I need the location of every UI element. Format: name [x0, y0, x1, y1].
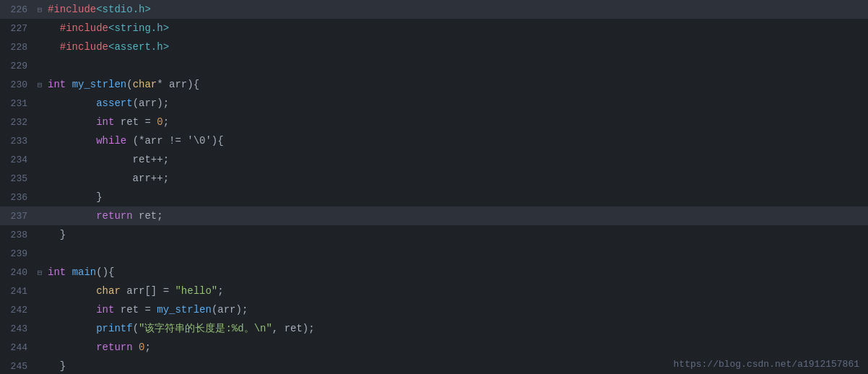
- token-plain: [48, 342, 96, 353]
- line-content: int main(){: [45, 266, 868, 278]
- token-pp: #include: [48, 4, 96, 15]
- fold-indicator[interactable]: [35, 174, 45, 183]
- token-kw: int: [96, 304, 114, 316]
- fold-indicator[interactable]: [35, 362, 45, 370]
- fold-indicator[interactable]: [35, 305, 45, 314]
- line-content: char arr[] = "hello";: [45, 285, 868, 297]
- token-pp-inc: <string.h>: [108, 22, 169, 34]
- token-str: "hello": [175, 285, 217, 297]
- code-line: 238 }: [0, 225, 868, 244]
- token-pp: #include: [48, 41, 108, 53]
- token-plain: , ret);: [272, 323, 315, 334]
- line-number: 237: [0, 211, 35, 222]
- fold-indicator[interactable]: [35, 324, 45, 333]
- token-plain: [48, 116, 96, 128]
- token-plain: arr[] =: [121, 285, 175, 297]
- token-kw: while: [96, 135, 126, 147]
- token-num: 0: [157, 116, 162, 128]
- token-fn: assert: [96, 97, 132, 109]
- token-plain: (*arr != '\0'){: [126, 135, 223, 147]
- token-fn: my_strlen: [157, 304, 212, 316]
- token-plain: (){: [96, 266, 114, 278]
- code-line: 243 printf("该字符串的长度是:%d。\n", ret);: [0, 319, 868, 338]
- token-fn: printf: [96, 323, 132, 334]
- fold-indicator[interactable]: [35, 193, 45, 201]
- token-pp: #include: [48, 22, 108, 34]
- line-number: 245: [0, 361, 35, 372]
- token-pp-inc: <stdio.h>: [96, 4, 151, 15]
- line-number: 236: [0, 192, 35, 203]
- token-plain: ret =: [114, 304, 157, 316]
- line-number: 238: [0, 230, 35, 240]
- line-number: 244: [0, 342, 35, 353]
- line-number: 226: [0, 4, 35, 15]
- fold-indicator[interactable]: [35, 343, 45, 352]
- token-type: char: [133, 79, 157, 90]
- line-content: assert(arr);: [45, 97, 868, 109]
- url-badge: https://blog.csdn.net/a1912157861: [674, 359, 859, 370]
- line-content: arr++;: [45, 173, 868, 184]
- token-plain: [48, 304, 96, 316]
- token-plain: ret;: [133, 210, 163, 222]
- token-plain: * arr){: [157, 79, 199, 90]
- token-plain: }: [48, 191, 103, 203]
- token-plain: ;: [163, 116, 169, 128]
- token-kw: int: [48, 266, 66, 278]
- token-plain: [48, 323, 96, 334]
- token-plain: [48, 135, 96, 147]
- fold-indicator[interactable]: [35, 249, 45, 258]
- token-plain: ;: [144, 342, 150, 353]
- code-editor: 226⊟#include<stdio.h>227 #include<string…: [0, 0, 868, 374]
- token-plain: [48, 210, 96, 222]
- line-number: 229: [0, 61, 35, 71]
- line-content: }: [45, 229, 868, 240]
- code-line: 234 ret++;: [0, 150, 868, 169]
- line-content: printf("该字符串的长度是:%d。\n", ret);: [45, 322, 868, 335]
- code-line: 226⊟#include<stdio.h>: [0, 0, 868, 19]
- token-str: "该字符串的长度是:%d。\n": [139, 323, 272, 334]
- fold-indicator[interactable]: ⊟: [35, 80, 45, 90]
- code-line: 227 #include<string.h>: [0, 19, 868, 38]
- line-content: #include<string.h>: [45, 22, 868, 34]
- line-number: 227: [0, 23, 35, 34]
- line-number: 242: [0, 305, 35, 316]
- token-fn: main: [72, 266, 97, 278]
- fold-indicator[interactable]: [35, 155, 45, 164]
- code-line: 241 char arr[] = "hello";: [0, 282, 868, 300]
- fold-indicator[interactable]: [35, 99, 45, 108]
- fold-indicator[interactable]: [35, 136, 45, 145]
- code-line: 231 assert(arr);: [0, 94, 868, 113]
- token-plain: ret++;: [48, 154, 169, 165]
- fold-indicator[interactable]: [35, 212, 45, 220]
- fold-indicator[interactable]: [35, 43, 45, 51]
- line-content: while (*arr != '\0'){: [45, 135, 868, 147]
- token-type: char: [96, 285, 121, 297]
- fold-indicator[interactable]: [35, 287, 45, 295]
- fold-indicator[interactable]: [35, 24, 45, 32]
- line-number: 235: [0, 173, 35, 184]
- fold-indicator[interactable]: [35, 118, 45, 126]
- code-line: 244 return 0;: [0, 338, 868, 357]
- line-content: #include<assert.h>: [45, 41, 868, 53]
- code-line: 229: [0, 56, 868, 75]
- line-content: }: [45, 191, 868, 203]
- code-line: 240⊟int main(){: [0, 263, 868, 282]
- token-plain: }: [48, 360, 66, 372]
- token-plain: (arr);: [212, 304, 248, 316]
- fold-indicator[interactable]: [35, 230, 45, 239]
- token-pp-inc: <assert.h>: [108, 41, 169, 53]
- code-line: 233 while (*arr != '\0'){: [0, 131, 868, 150]
- line-number: 234: [0, 155, 35, 165]
- fold-indicator[interactable]: ⊟: [35, 268, 45, 277]
- token-plain: [133, 342, 139, 353]
- line-number: 239: [0, 248, 35, 259]
- token-plain: }: [48, 229, 66, 240]
- token-plain: (: [126, 79, 132, 90]
- fold-indicator[interactable]: [35, 61, 45, 70]
- line-number: 228: [0, 42, 35, 53]
- fold-indicator[interactable]: ⊟: [35, 5, 45, 14]
- line-number: 230: [0, 79, 35, 90]
- line-number: 231: [0, 98, 35, 109]
- code-line: 236 }: [0, 188, 868, 206]
- token-fn: my_strlen: [72, 79, 127, 90]
